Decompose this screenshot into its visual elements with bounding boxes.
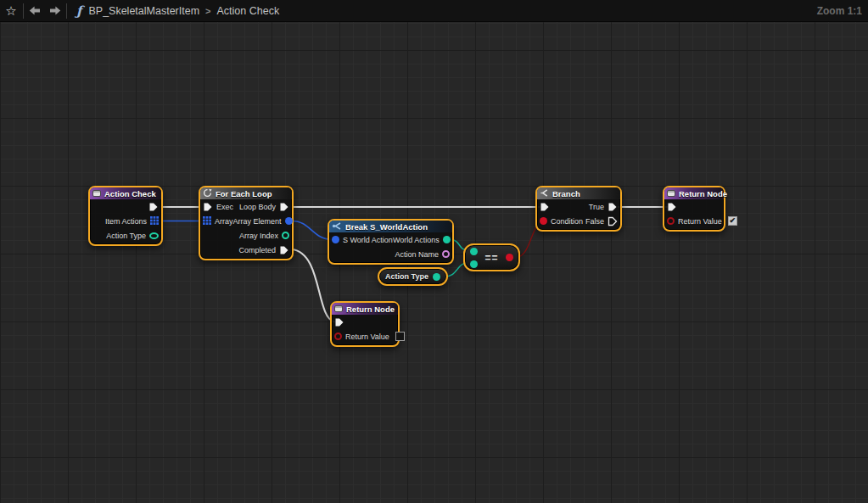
- pin-row: Action Name: [329, 247, 452, 261]
- loop-icon: [203, 188, 212, 199]
- struct-pin-icon: [332, 236, 339, 243]
- node-body: True Condition False: [537, 199, 620, 230]
- exec-pin-hollow-icon: [608, 216, 618, 226]
- node-title: Branch: [552, 189, 580, 198]
- node-title: Action Check: [104, 189, 156, 198]
- pin-true[interactable]: True: [589, 202, 618, 212]
- exec-pin-icon: [540, 202, 550, 212]
- forward-arrow-icon: [49, 3, 61, 19]
- pin-row: True: [537, 199, 620, 214]
- struct-pin-icon: [285, 217, 293, 225]
- function-entry-icon: [92, 190, 101, 197]
- node-for-each-loop[interactable]: For Each Loop Exec Loop Body: [199, 186, 294, 260]
- node-body: S World Action World Actions Action Name: [329, 232, 452, 263]
- pin-row: Return Value: [332, 329, 398, 344]
- node-header: Break S_WorldAction: [329, 221, 452, 232]
- pin-exec-in[interactable]: [334, 317, 344, 327]
- zoom-level-label: Zoom 1:1: [817, 5, 868, 17]
- pin-label: Array Element: [233, 217, 282, 226]
- enum-pin-icon: [443, 236, 451, 243]
- back-arrow-icon: [29, 3, 41, 19]
- node-return-loop[interactable]: Return Node Return Value: [330, 301, 400, 347]
- pin-label: World Actions: [393, 236, 440, 244]
- node-header: Return Node: [332, 303, 398, 315]
- exec-pin-icon: [279, 202, 289, 212]
- pin-world-actions[interactable]: World Actions: [393, 236, 451, 244]
- enum-pin-icon[interactable]: [433, 273, 440, 281]
- pin-label: Array Index: [239, 232, 278, 240]
- return-value-checkbox[interactable]: ✔: [728, 216, 737, 226]
- node-title: For Each Loop: [216, 189, 272, 198]
- pin-completed[interactable]: Completed: [238, 245, 289, 255]
- pin-label: Exec: [216, 203, 233, 211]
- name-pin-icon: [442, 250, 450, 258]
- pin-loop-body[interactable]: Loop Body: [239, 202, 289, 212]
- pin-array-index[interactable]: Array Index: [239, 232, 289, 240]
- pin-exec-in[interactable]: [667, 202, 677, 212]
- pin-row: Action Type: [90, 228, 161, 243]
- array-pin-icon: [150, 216, 159, 226]
- equals-inputs: [470, 248, 478, 268]
- pin-return-value[interactable]: Return Value: [334, 332, 405, 341]
- pin-row: [90, 199, 161, 214]
- pin-row: S World Action World Actions: [329, 232, 452, 247]
- pin-item-actions[interactable]: Item Actions: [105, 216, 159, 226]
- pin-false[interactable]: False: [585, 216, 618, 226]
- pin-exec-out[interactable]: [148, 202, 159, 212]
- node-equals[interactable]: ==: [463, 243, 520, 271]
- pin-label: Condition: [551, 217, 583, 226]
- break-struct-icon: [332, 221, 342, 232]
- wire-struct-arrayelement-break[interactable]: [292, 221, 332, 240]
- pin-label: True: [589, 203, 604, 211]
- pin-exec-in[interactable]: [540, 202, 550, 212]
- pin-row: [664, 199, 724, 214]
- array-pin-icon: [203, 216, 211, 226]
- node-title: Return Node: [679, 189, 727, 198]
- pin-label: S World Action: [343, 236, 393, 244]
- pin-action-type[interactable]: Action Type: [106, 232, 159, 240]
- node-action-check[interactable]: Action Check Item Actions: [88, 186, 163, 246]
- pin-label: Array: [215, 217, 233, 226]
- enum-pin-icon[interactable]: [470, 248, 478, 255]
- back-button[interactable]: [25, 2, 45, 20]
- breadcrumb-separator-icon: >: [205, 6, 210, 16]
- bool-pin-hollow-icon: [667, 217, 675, 225]
- node-break-s-worldaction[interactable]: Break S_WorldAction S World Action World…: [328, 219, 454, 265]
- node-action-type-getter[interactable]: Action Type: [378, 267, 448, 286]
- forward-button[interactable]: [45, 2, 65, 20]
- exec-pin-icon: [148, 202, 159, 212]
- pin-exec-in[interactable]: Exec: [203, 202, 233, 212]
- breadcrumb-root[interactable]: BP_SkeletalMasterItem: [88, 5, 199, 17]
- enum-pin-icon[interactable]: [470, 260, 478, 268]
- bool-pin-icon: [540, 217, 547, 225]
- pin-array-in[interactable]: Array: [203, 216, 233, 226]
- breadcrumb-current[interactable]: Action Check: [217, 5, 280, 17]
- bool-pin-hollow-icon: [334, 333, 342, 340]
- bool-pin-icon[interactable]: [506, 254, 513, 261]
- graph-canvas[interactable]: Action Check Item Actions: [0, 22, 868, 503]
- pin-return-value[interactable]: Return Value ✔: [667, 216, 737, 226]
- pin-array-element[interactable]: Array Element: [233, 217, 293, 226]
- pin-s-world-action[interactable]: S World Action: [332, 236, 393, 244]
- pin-action-name[interactable]: Action Name: [395, 250, 450, 259]
- pin-row: [332, 315, 398, 329]
- node-header: Branch: [537, 187, 620, 199]
- pin-row: Completed: [200, 243, 292, 257]
- pin-condition[interactable]: Condition: [540, 217, 583, 226]
- blueprint-editor: ☆ ƒ BP_SkeletalMasterItem > Action Check…: [0, 0, 868, 503]
- pin-label: Item Actions: [105, 217, 147, 226]
- node-branch[interactable]: Branch True: [535, 186, 622, 232]
- pin-label: Completed: [238, 246, 276, 254]
- pin-row: Return Value ✔: [664, 214, 724, 228]
- pin-label: False: [585, 217, 604, 226]
- node-body: Return Value: [332, 315, 398, 345]
- node-header: For Each Loop: [200, 187, 292, 199]
- exec-pin-icon: [667, 202, 677, 212]
- function-result-icon: [667, 190, 675, 197]
- node-return-main[interactable]: Return Node Return Value ✔: [663, 186, 725, 232]
- pin-label: Action Name: [395, 250, 439, 259]
- favorite-star-icon[interactable]: ☆: [0, 3, 22, 19]
- node-title: Return Node: [346, 305, 395, 314]
- equals-operator-label: ==: [484, 252, 498, 264]
- return-value-checkbox[interactable]: [395, 332, 405, 341]
